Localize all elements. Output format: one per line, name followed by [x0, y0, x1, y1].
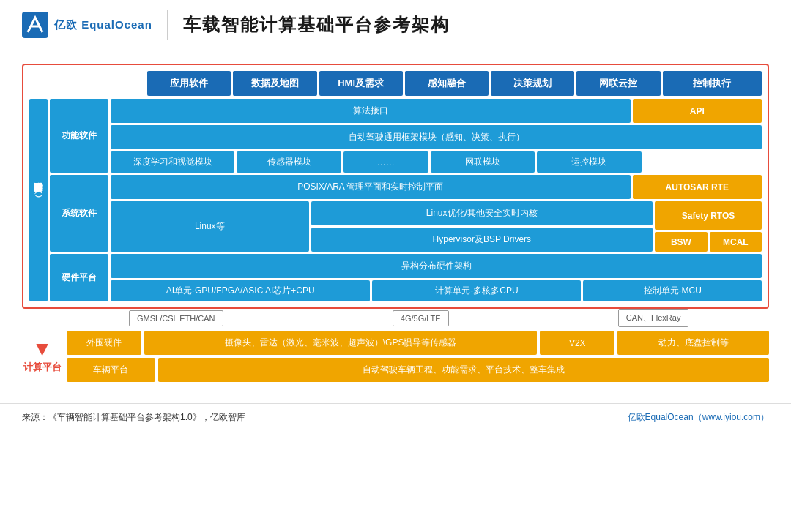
architecture-diagram: 应用软件 数据及地图 HMI及需求 感知融合 决策规划 网联云控 控制执行 自动… [22, 64, 769, 309]
vehicle-platform-label-cell: 车辆平台 [67, 358, 155, 382]
col-header-control: 控制执行 [663, 71, 762, 96]
col-header-perception: 感知融合 [405, 71, 489, 96]
footer-source: 来源：《车辆智能计算基础平台参考架构1.0》，亿欧智库 [22, 411, 245, 424]
func-label: 功能软件 [50, 99, 108, 173]
col-header-hmi: HMI及需求 [319, 71, 403, 96]
hw-section: 硬件平台 异构分布硬件架构 AI单元-GPU/FPGA/ASIC AI芯片+CP… [50, 254, 762, 301]
compute-platform-label: 计算平台 [23, 361, 62, 374]
hypervisor-cell: Hypervisor及BSP Drivers [311, 228, 653, 252]
bus-cell-3: CAN、FlexRay [618, 309, 689, 327]
peripheral-row: 外围硬件 摄像头、雷达（激光、毫米波、超声波）\GPS惯导等传感器 V2X 动力… [67, 331, 769, 355]
footer-website: 亿欧EqualOcean（www.iyiou.com） [628, 411, 769, 424]
col-header-app-software: 应用软件 [147, 71, 231, 96]
bus-cell-2: 4G/5G/LTE [393, 310, 449, 326]
vehicle-row: 车辆平台 自动驾驶车辆工程、功能需求、平台技术、整车集成 [67, 358, 769, 382]
sys-section: 系统软件 POSIX/ARA 管理平面和实时控制平面 AUTOSAR RTE L… [50, 175, 762, 252]
modules-row: 深度学习和视觉模块 传感器模块 …… 网联模块 运控模块 [111, 151, 762, 173]
footer: 来源：《车辆智能计算基础平台参考架构1.0》，亿欧智库 亿欧EqualOcean… [0, 403, 791, 431]
linux-cell: Linux等 [111, 201, 309, 252]
bsw-cell: BSW [655, 232, 707, 252]
framework-row: 自动驾驶通用框架模块（感知、决策、执行） [111, 125, 762, 149]
sys-label: 系统软件 [50, 175, 108, 252]
func-content: 算法接口 API 自动驾驶通用框架模块（感知、决策、执行） 深度学习和视觉模块 … [111, 99, 762, 173]
bus-cell-1: GMSL/CSL ETH/CAN [129, 310, 223, 326]
col-header-data-map: 数据及地图 [233, 71, 316, 96]
power-chassis-cell: 动力、底盘控制等 [617, 331, 769, 355]
sensors-cell: 摄像头、雷达（激光、毫米波、超声波）\GPS惯导等传感器 [144, 331, 537, 355]
hw-units-row: AI单元-GPU/FPGA/ASIC AI芯片+CPU 计算单元-多核多CPU … [111, 280, 762, 301]
inner-grid: 功能软件 算法接口 API 自动驾驶通用框架模块（感知、决策、执行） [50, 99, 762, 301]
algo-row: 算法接口 API [111, 99, 762, 123]
hw-content: 异构分布硬件架构 AI单元-GPU/FPGA/ASIC AI芯片+CPU 计算单… [111, 254, 762, 301]
outer-vertical-label: 自动驾驶操作系统（基础框架软件） [29, 99, 48, 301]
network-module-cell: 网联模块 [431, 151, 535, 173]
hw-label: 硬件平台 [50, 254, 108, 301]
sensor-module-cell: 传感器模块 [237, 151, 341, 173]
hetero-hw-cell: 异构分布硬件架构 [111, 254, 762, 278]
linux-optimized-cell: Linux优化/其他安全实时内核 [311, 201, 653, 225]
posix-row: POSIX/ARA 管理平面和实时控制平面 AUTOSAR RTE [111, 175, 762, 199]
posix-cell: POSIX/ARA 管理平面和实时控制平面 [111, 175, 631, 199]
col-header-connectivity: 网联云控 [576, 71, 660, 96]
auto-drive-framework-cell: 自动驾驶通用框架模块（感知、决策、执行） [111, 125, 762, 149]
compute-label-col: ▼ 计算平台 [22, 331, 62, 382]
control-module-cell: 运控模块 [537, 151, 642, 173]
v2x-cell: V2X [540, 331, 614, 355]
peripheral-label-cell: 外围硬件 [67, 331, 141, 355]
page-title: 车载智能计算基础平台参考架构 [183, 13, 450, 37]
compute-platform-section: ▼ 计算平台 外围硬件 摄像头、雷达（激光、毫米波、超声波）\GPS惯导等传感器… [22, 331, 769, 382]
bus-row: GMSL/CSL ETH/CAN 4G/5G/LTE CAN、FlexRay [22, 309, 769, 327]
deep-learning-cell: 深度学习和视觉模块 [111, 151, 234, 173]
header-divider [167, 10, 168, 40]
main-content: 应用软件 数据及地图 HMI及需求 感知融合 决策规划 网联云控 控制执行 自动… [0, 50, 791, 393]
compute-unit-cell: 计算单元-多核多CPU [372, 280, 581, 301]
func-section: 功能软件 算法接口 API 自动驾驶通用框架模块（感知、决策、执行） [50, 99, 762, 173]
red-arrow: ▼ [32, 339, 53, 359]
linux-row: Linux等 Linux优化/其他安全实时内核 Hypervisor及BSP D… [111, 201, 762, 252]
autosar-rte-cell: AUTOSAR RTE [633, 175, 762, 199]
control-unit-cell: 控制单元-MCU [583, 280, 762, 301]
logo-text: 亿欧 EqualOcean [54, 18, 152, 32]
algo-interface-cell: 算法接口 [111, 99, 631, 123]
page-header: 亿欧 EqualOcean 车载智能计算基础平台参考架构 [0, 0, 791, 50]
main-body: 自动驾驶操作系统（基础框架软件） 功能软件 算法接口 API 自动驾驶通 [29, 99, 762, 301]
compute-rows: 外围硬件 摄像头、雷达（激光、毫米波、超声波）\GPS惯导等传感器 V2X 动力… [67, 331, 769, 382]
vehicle-desc-cell: 自动驾驶车辆工程、功能需求、平台技术、整车集成 [158, 358, 769, 382]
col-header-decision: 决策规划 [491, 71, 574, 96]
ai-unit-cell: AI单元-GPU/FPGA/ASIC AI芯片+CPU [111, 280, 370, 301]
sys-content: POSIX/ARA 管理平面和实时控制平面 AUTOSAR RTE Linux等… [111, 175, 762, 252]
api-cell: API [633, 99, 762, 123]
hetero-hw-row: 异构分布硬件架构 [111, 254, 762, 278]
safety-rtos-cell: Safety RTOS [655, 201, 762, 230]
logo-icon [22, 12, 48, 38]
logo-area: 亿欧 EqualOcean [22, 12, 152, 38]
mcal-cell: MCAL [710, 232, 762, 252]
ellipsis-cell: …… [343, 151, 428, 173]
